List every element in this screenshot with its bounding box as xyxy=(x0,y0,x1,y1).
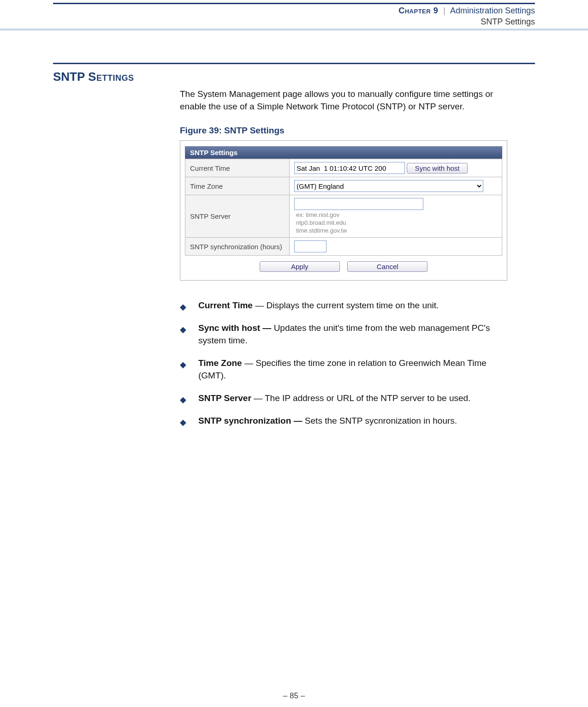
header-line-1: Chapter 9 | Administration Settings xyxy=(0,4,588,17)
row-sync-hours: SNTP synchronization (hours) xyxy=(185,238,502,256)
term: Current Time xyxy=(198,300,253,310)
sep: — xyxy=(253,300,267,310)
list-item: ◆ SNTP synchronization — Sets the SNTP s… xyxy=(180,414,498,427)
chapter-label: Chapter 9 xyxy=(398,6,438,15)
sync-with-host-button[interactable]: Sync with host xyxy=(407,163,468,174)
desc: Displays the current system time on the … xyxy=(266,300,439,310)
sntp-server-hint: ex: time.nist.gov ntp0.broad.mit.edu tim… xyxy=(294,211,497,234)
cancel-button[interactable]: Cancel xyxy=(347,261,428,272)
sep: — xyxy=(242,358,256,368)
label-current-time: Current Time xyxy=(185,159,290,177)
chapter-title: Administration Settings xyxy=(450,6,535,15)
settings-table: Current Time Sync with host Time Zone (G… xyxy=(185,159,502,256)
row-current-time: Current Time Sync with host xyxy=(185,159,502,177)
desc: Sets the SNTP sycnronization in hours. xyxy=(305,416,457,425)
diamond-icon: ◆ xyxy=(180,359,186,371)
term: SNTP Server xyxy=(198,393,251,403)
apply-button[interactable]: Apply xyxy=(260,261,340,272)
label-sntp-server: SNTP Server xyxy=(185,195,290,238)
list-item: ◆ SNTP Server — The IP address or URL of… xyxy=(180,392,498,404)
label-sync-hours: SNTP synchronization (hours) xyxy=(185,238,290,256)
time-zone-select[interactable]: (GMT) England xyxy=(294,180,483,192)
section-title-part2: Settings xyxy=(88,70,134,84)
section-title-part1: SNTP xyxy=(53,70,88,84)
intro-paragraph: The System Management page allows you to… xyxy=(180,88,493,113)
page-number: – 85 – xyxy=(0,691,588,701)
list-item: ◆ Sync with host — Updates the unit's ti… xyxy=(180,322,498,347)
term: Time Zone xyxy=(198,358,242,368)
sntp-server-input[interactable] xyxy=(294,198,423,210)
row-sntp-server: SNTP Server ex: time.nist.gov ntp0.broad… xyxy=(185,195,502,238)
sntp-settings-panel: SNTP Settings Current Time Sync with hos… xyxy=(180,140,507,281)
sep: — xyxy=(251,393,265,403)
definition-list: ◆ Current Time — Displays the current sy… xyxy=(180,299,498,427)
panel-titlebar: SNTP Settings xyxy=(185,146,502,159)
label-time-zone: Time Zone xyxy=(185,177,290,195)
header-subtitle: SNTP Settings xyxy=(0,17,588,29)
diamond-icon: ◆ xyxy=(180,324,186,336)
section-title: SNTP Settings xyxy=(53,70,535,84)
diamond-icon: ◆ xyxy=(180,301,186,313)
list-item: ◆ Time Zone — Specifies the time zone in… xyxy=(180,357,498,382)
button-row: Apply Cancel xyxy=(185,256,502,272)
desc: The IP address or URL of the NTP server … xyxy=(265,393,470,403)
current-time-input[interactable] xyxy=(294,162,405,174)
page-header: Chapter 9 | Administration Settings SNTP… xyxy=(0,0,588,30)
term: SNTP synchronization — xyxy=(198,416,305,425)
section-rule xyxy=(53,63,535,64)
diamond-icon: ◆ xyxy=(180,394,186,406)
sync-hours-input[interactable] xyxy=(294,240,327,252)
row-time-zone: Time Zone (GMT) England xyxy=(185,177,502,195)
list-item: ◆ Current Time — Displays the current sy… xyxy=(180,299,498,312)
header-separator: | xyxy=(440,6,448,15)
diamond-icon: ◆ xyxy=(180,416,186,429)
figure-caption: Figure 39: SNTP Settings xyxy=(180,126,535,136)
term: Sync with host — xyxy=(198,323,274,333)
